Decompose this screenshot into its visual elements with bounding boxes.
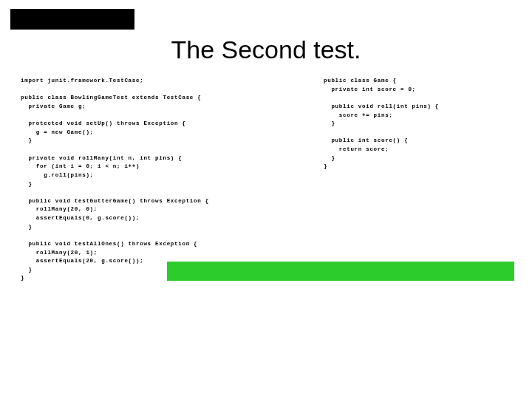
game-code-block: public class Game { private int score = … bbox=[324, 77, 517, 171]
header-black-box bbox=[10, 9, 134, 30]
slide-title: The Second test. bbox=[0, 35, 532, 64]
code-area: import junit.framework.TestCase; public … bbox=[21, 77, 517, 283]
code-left-column: import junit.framework.TestCase; public … bbox=[21, 77, 294, 283]
test-pass-bar bbox=[167, 262, 514, 281]
code-right-column: public class Game { private int score = … bbox=[324, 77, 517, 283]
test-code-block: import junit.framework.TestCase; public … bbox=[21, 77, 294, 283]
